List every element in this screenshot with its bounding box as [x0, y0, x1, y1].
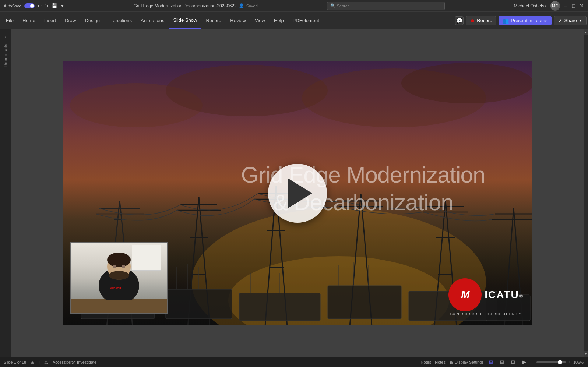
display-icon: 🖥 [449, 360, 453, 364]
tab-home[interactable]: Home [18, 12, 40, 29]
present-in-teams-button[interactable]: 👥 Present in Teams [499, 16, 552, 25]
status-icon: ⊞ [31, 360, 34, 365]
svg-point-3 [401, 63, 532, 103]
zoom-out-button[interactable]: − [532, 359, 535, 365]
tab-pdfelement[interactable]: PDFelement [288, 12, 324, 29]
quick-access-more[interactable]: ▼ [60, 4, 64, 8]
tab-help[interactable]: Help [270, 12, 288, 29]
avatar-img: MO [550, 1, 560, 11]
zoom-in-button[interactable]: + [568, 359, 571, 365]
sidebar-label: Thumbnails [3, 43, 8, 68]
normal-view-button[interactable]: ⊞ [487, 359, 495, 366]
minimize-button[interactable]: ─ [563, 3, 568, 8]
micatu-m-letter: M [461, 289, 469, 301]
record-button[interactable]: ⏺ 🔴 Record Record [466, 16, 496, 25]
share-button[interactable]: ↗ Share ▼ [554, 16, 587, 25]
display-settings-label: Display Settings [455, 360, 484, 364]
svg-point-61 [107, 253, 131, 267]
comment-button[interactable]: 💬 [455, 16, 464, 25]
play-button[interactable] [268, 164, 327, 223]
thumbnail-sidebar: › Thumbnails [0, 29, 11, 357]
display-settings-button[interactable]: 🖥 Display Settings [449, 360, 484, 364]
comment-icon: 💬 [456, 18, 462, 24]
micatu-circle: M [448, 278, 482, 311]
slide-area: Grid Edge Modernization & Decarbonizatio… [11, 29, 584, 357]
svg-rect-42 [166, 289, 232, 319]
tab-transitions[interactable]: Transitions [104, 12, 136, 29]
search-icon: 🔍 [330, 3, 335, 8]
webcam-feed: MICATU [71, 243, 167, 313]
title-bar-left: AutoSave ↩ ↪ 💾 ▼ [4, 3, 64, 8]
profile-icon: 👤 [239, 3, 244, 8]
svg-point-63 [113, 265, 116, 268]
search-bar[interactable]: 🔍 Search [327, 2, 445, 10]
tab-slideshow[interactable]: Slide Show [169, 12, 201, 29]
person-silhouette: MICATU [89, 253, 148, 300]
slideshow-view-button[interactable]: ▶ [521, 359, 528, 366]
zoom-slider[interactable] [536, 361, 566, 363]
ribbon-actions: 💬 ⏺ 🔴 Record Record 👥 Present in Teams ↗… [455, 16, 587, 25]
accessibility-status[interactable]: Accessibility: Investigate [53, 360, 96, 364]
svg-text:MICATU: MICATU [110, 287, 121, 290]
title-bar-center: Grid Edge Modernization Decarbonization-… [133, 3, 257, 8]
svg-rect-43 [239, 293, 320, 321]
file-name: Grid Edge Modernization Decarbonization-… [133, 3, 236, 8]
micatu-brand-name: ICATU [485, 289, 519, 301]
slide-count: Slide 1 of 18 [4, 360, 26, 364]
notes-button[interactable]: Notes [420, 360, 431, 364]
scroll-down-button[interactable]: ▼ [584, 351, 588, 357]
undo-icon[interactable]: ↩ [38, 3, 42, 8]
status-bar: Slide 1 of 18 ⊞ | ⚠ Accessibility: Inves… [0, 357, 588, 367]
scroll-up-button[interactable]: ▲ [584, 29, 588, 35]
title-bar-right: Michael Oshetski MO ─ □ ✕ [514, 1, 584, 11]
restore-button[interactable]: □ [571, 3, 576, 8]
record-dot-icon: ⏺ [470, 18, 475, 24]
main-content: › Thumbnails [0, 29, 588, 357]
teams-icon: 👥 [503, 18, 509, 24]
sidebar-toggle[interactable]: › [1, 32, 10, 40]
tab-view[interactable]: View [250, 12, 270, 29]
reading-view-button[interactable]: ⊡ [510, 359, 517, 366]
trademark-icon: ® [519, 293, 523, 299]
svg-point-1 [166, 65, 328, 116]
saved-indicator: Saved [246, 4, 258, 8]
zoom-slider-thumb[interactable] [558, 360, 562, 364]
status-bar-right: Notes Notes 🖥 Display Settings ⊞ ⊟ ⊡ ▶ −… [420, 359, 584, 366]
search-placeholder: Search [337, 4, 350, 8]
tab-insert[interactable]: Insert [40, 12, 61, 29]
svg-point-62 [109, 271, 129, 280]
slide-canvas[interactable]: Grid Edge Modernization & Decarbonizatio… [63, 61, 532, 325]
slide-sorter-button[interactable]: ⊟ [499, 359, 506, 366]
notes-label-text: Notes [435, 360, 446, 364]
save-icon[interactable]: 💾 [52, 3, 57, 8]
user-name: Michael Oshetski [514, 3, 547, 8]
tab-draw[interactable]: Draw [60, 12, 80, 29]
micatu-logo: M ICATU ® SUPERIOR GRID EDGE SOLUTIONS™ [448, 278, 523, 316]
tab-design[interactable]: Design [81, 12, 104, 29]
tab-record[interactable]: Record [201, 12, 226, 29]
accessibility-warning-icon: ⚠ [44, 360, 48, 365]
share-chevron-icon: ▼ [579, 18, 582, 22]
vertical-scrollbar[interactable]: ▲ ▼ [584, 29, 588, 357]
autosave-toggle[interactable] [24, 3, 35, 8]
svg-rect-44 [328, 286, 401, 319]
slide-title: Grid Edge Modernization & Decarbonizatio… [213, 161, 513, 216]
avatar[interactable]: MO [550, 1, 560, 11]
micatu-tagline: SUPERIOR GRID EDGE SOLUTIONS™ [448, 312, 523, 316]
tab-file[interactable]: File [1, 12, 18, 29]
close-button[interactable]: ✕ [579, 3, 584, 8]
autosave-label: AutoSave [4, 4, 21, 8]
zoom-level[interactable]: 106% [573, 360, 584, 364]
ribbon: File Home Insert Draw Design Transitions… [0, 12, 588, 29]
webcam-overlay: MICATU [70, 242, 168, 314]
micatu-brand-row: M ICATU ® [448, 278, 523, 311]
svg-point-64 [122, 265, 125, 268]
zoom-controls: − + 106% [532, 359, 584, 365]
title-bar: AutoSave ↩ ↪ 💾 ▼ Grid Edge Modernization… [0, 0, 588, 12]
tab-review[interactable]: Review [226, 12, 250, 29]
share-icon: ↗ [558, 18, 562, 24]
redo-icon[interactable]: ↪ [45, 3, 49, 8]
tab-animations[interactable]: Animations [136, 12, 169, 29]
